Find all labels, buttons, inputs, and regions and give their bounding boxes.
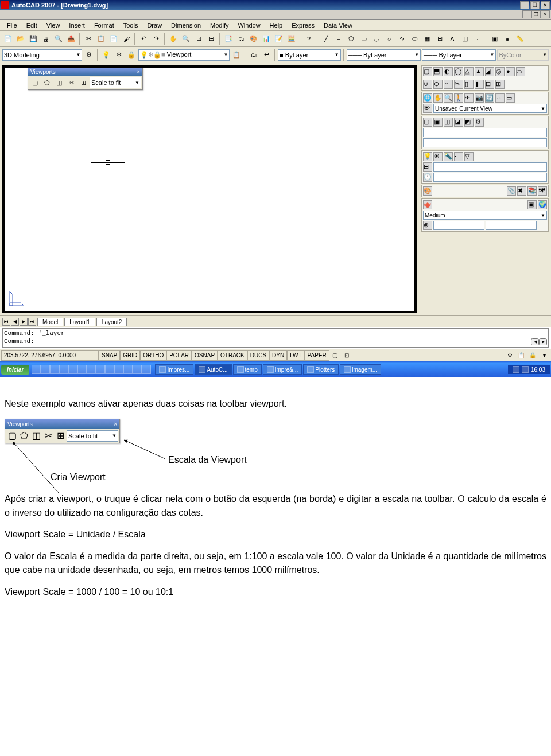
sweep-icon[interactable]: ◐	[444, 67, 453, 76]
layer-lock-icon[interactable]: 🔒	[126, 49, 137, 61]
zoom3d-icon[interactable]: 🔍	[444, 93, 453, 103]
subtract-icon[interactable]: ⊖	[433, 80, 443, 89]
polar-toggle[interactable]: POLAR	[166, 350, 192, 361]
camera-icon[interactable]: 📷	[475, 93, 484, 103]
quicklaunch-4-icon[interactable]	[59, 365, 68, 374]
distance-icon[interactable]: ↔	[495, 93, 505, 103]
taskbar-item-impres[interactable]: Impres...	[155, 364, 193, 375]
intersect-icon[interactable]: ∩	[444, 80, 453, 89]
menu-window[interactable]: Window	[233, 21, 265, 30]
menu-dimension[interactable]: Dimension	[166, 21, 205, 30]
undo-icon[interactable]: ↶	[138, 33, 149, 45]
pline-icon[interactable]: ⌐	[333, 33, 344, 45]
menu-file[interactable]: File	[2, 21, 22, 30]
tab-model[interactable]: Model	[37, 318, 63, 326]
tab-first-button[interactable]: ⏮	[2, 318, 10, 326]
layer-prev-icon[interactable]: ↩	[261, 49, 272, 61]
render-size2[interactable]	[486, 221, 537, 230]
hatch-icon[interactable]: ▦	[421, 33, 433, 45]
sheet-icon[interactable]: 📊	[261, 33, 272, 45]
start-button[interactable]: Iniciar	[1, 365, 29, 375]
teapot-icon[interactable]: 🫖	[423, 200, 432, 209]
viewport-config-icon[interactable]: ⊞	[77, 77, 89, 88]
minimize-button[interactable]: _	[520, 1, 529, 9]
separate-icon[interactable]: ⊞	[495, 80, 505, 89]
mat-lib-icon[interactable]: 📚	[527, 186, 537, 196]
revolve-icon[interactable]: ◯	[454, 67, 463, 76]
viewport-poly-icon[interactable]: ⬠	[41, 77, 53, 88]
publish-icon[interactable]: 📤	[65, 33, 77, 45]
line-icon[interactable]: ╱	[320, 33, 332, 45]
tray-icon-1[interactable]	[513, 366, 519, 373]
menu-help[interactable]: Help	[265, 21, 288, 30]
quicklaunch-ie-icon[interactable]	[32, 365, 41, 374]
render-out-icon[interactable]: ⊗	[423, 221, 432, 230]
layer-freeze-icon[interactable]: ❄	[113, 49, 125, 61]
menu-modify[interactable]: Modify	[205, 21, 233, 30]
toolpalette-icon[interactable]: 🎨	[248, 33, 259, 45]
spline-icon[interactable]: ∿	[396, 33, 408, 45]
quicklaunch-7-icon[interactable]	[87, 365, 96, 374]
workspace-settings-icon[interactable]: ⚙	[83, 49, 95, 61]
ducs-toggle[interactable]: DUCS	[247, 350, 269, 361]
layer-bulb-icon[interactable]: 💡	[100, 49, 112, 61]
tab-next-button[interactable]: ▶	[20, 318, 28, 326]
coordinates-display[interactable]: 203.5722, 276.6957, 0.0000	[1, 350, 99, 361]
quicklaunch-11-icon[interactable]	[123, 365, 133, 374]
lineweight-combo[interactable]: ─── ByLayer ▼	[422, 49, 496, 61]
ellipse-icon[interactable]: ⬭	[409, 33, 420, 45]
markup-icon[interactable]: 📝	[273, 33, 285, 45]
properties-icon[interactable]: 📑	[223, 33, 234, 45]
measure-icon[interactable]: 📏	[514, 33, 526, 45]
menu-tools[interactable]: Tools	[119, 21, 143, 30]
quicklaunch-3-icon[interactable]	[50, 365, 59, 374]
extrude-icon[interactable]: ⬒	[433, 67, 443, 76]
orbit-icon[interactable]: 🌐	[423, 93, 432, 103]
viewport-single-icon[interactable]: ▢	[29, 77, 41, 88]
command-prompt[interactable]: Command:	[4, 338, 531, 346]
redo-icon[interactable]: ↷	[150, 33, 162, 45]
pan-icon[interactable]: ✋	[168, 33, 179, 45]
material-icon[interactable]: 🎨	[423, 186, 432, 196]
vsreal-icon[interactable]: ◪	[454, 118, 463, 127]
workspace-combo[interactable]: 3D Modeling ▼	[2, 49, 82, 61]
viewport-scale-combo[interactable]: Scale to fit ▼	[90, 77, 141, 88]
status-tray2-icon[interactable]: 📋	[515, 350, 527, 361]
command-window[interactable]: Command: '_layer Command: ◀ ▶	[2, 328, 549, 348]
child-close-button[interactable]: ×	[541, 10, 550, 18]
color-combo[interactable]: ■ ByLayer ▼	[278, 49, 341, 61]
zoom-icon[interactable]: 🔍	[180, 33, 192, 45]
quicklaunch-10-icon[interactable]	[114, 365, 123, 374]
rectangle-icon[interactable]: ▭	[358, 33, 370, 45]
help-icon[interactable]: ?	[303, 33, 315, 45]
viewport-object-icon[interactable]: ◫	[53, 77, 65, 88]
point-icon[interactable]: ·	[454, 152, 463, 161]
pan3d-icon[interactable]: ✋	[433, 93, 443, 103]
taskbar-item-impre[interactable]: Impre&...	[263, 364, 302, 375]
cmd-scroll-left[interactable]: ◀	[531, 338, 539, 345]
table-icon[interactable]: ⊞	[434, 33, 445, 45]
union-icon[interactable]: ∪	[423, 80, 432, 89]
menu-view[interactable]: View	[42, 21, 65, 30]
calc-icon[interactable]: 🖩	[502, 33, 513, 45]
status-tray4-icon[interactable]: ▾	[538, 350, 550, 361]
tab-layout1[interactable]: Layout1	[64, 318, 95, 326]
quickcalc-icon[interactable]: 🧮	[286, 33, 297, 45]
pyramid-icon[interactable]: ▲	[475, 67, 484, 76]
designcenter-icon[interactable]: 🗂	[235, 33, 247, 45]
status-model-icon[interactable]: ▢	[329, 350, 341, 361]
tab-last-button[interactable]: ⏭	[28, 318, 36, 326]
menu-format[interactable]: Format	[90, 21, 119, 30]
taskbar-item-temp[interactable]: temp	[233, 364, 262, 375]
mat-remove-icon[interactable]: ✖	[517, 186, 526, 196]
taskbar-item-imagem[interactable]: imagem...	[340, 364, 381, 375]
vs-input-2[interactable]	[423, 138, 547, 147]
copy-icon[interactable]: 📋	[95, 33, 107, 45]
drawing-canvas[interactable]: Viewports × ▢ ⬠ ◫ ✂ ⊞ Scale to fit ▼	[2, 65, 417, 313]
layer-states-icon[interactable]: 🗂	[248, 49, 259, 61]
projection-icon[interactable]: ▭	[506, 93, 515, 103]
viewport-clip-icon[interactable]: ✂	[65, 77, 77, 88]
menu-insert[interactable]: Insert	[64, 21, 90, 30]
light-row1[interactable]	[433, 162, 547, 172]
vsconcept-icon[interactable]: ◩	[464, 118, 474, 127]
